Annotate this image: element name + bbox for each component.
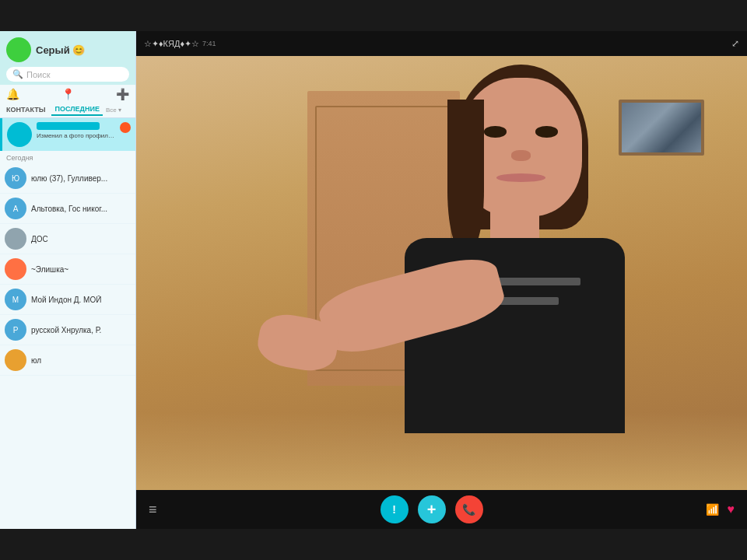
signal-strength-icon: 📶 (706, 503, 719, 516)
profile-row: Серый 😊 (6, 37, 129, 62)
person-hair-side-left (447, 100, 484, 251)
contact-name-5: Мой Индон Д. МОЙ (31, 296, 101, 304)
search-bar[interactable]: 🔍 Поиск (6, 67, 129, 82)
tab-recent[interactable]: ПОСЛЕДНИЕ (51, 103, 102, 116)
contact-avatar-7 (5, 349, 26, 371)
search-icon: 🔍 (12, 69, 23, 79)
active-contact-item[interactable]: Изменил а фото профиля вконта... (0, 118, 135, 151)
active-contact-status: Изменил а фото профиля вконта... (37, 132, 115, 139)
list-item[interactable]: Р русской Хнрулка, Р. (0, 315, 135, 345)
list-item[interactable]: ДОС (0, 224, 135, 254)
section-label: Сегодня (0, 151, 135, 163)
video-frame (136, 56, 747, 490)
video-header-left: ☆✦♦КЯД♦✦☆ 7:41 (144, 39, 216, 49)
person-eye-left (484, 126, 506, 137)
list-item[interactable]: А Альтовка, Гос никог... (0, 194, 135, 224)
bell-icon[interactable]: 🔔 (6, 88, 19, 100)
controls-bar: ≡ ! + 📞 📶 ♥ (136, 490, 747, 529)
picture-frame (619, 100, 704, 156)
end-call-icon: 📞 (462, 503, 475, 516)
person-eye-right (535, 126, 557, 137)
contact-avatar-1: Ю (5, 167, 26, 189)
contact-badge (120, 122, 131, 133)
location-icon[interactable]: 📍 (61, 88, 75, 100)
sidebar: Серый 😊 🔍 Поиск 🔔 📍 ➕ КОНТАКТЫ ПОСЛЕДНИЕ… (0, 31, 136, 529)
contact-avatar-5: М (5, 289, 26, 310)
tabs-row: КОНТАКТЫ ПОСЛЕДНИЕ Все ▾ (0, 103, 135, 118)
active-contact-avatar (7, 122, 32, 147)
tab-all[interactable]: Все ▾ (106, 107, 121, 114)
contact-name-3: ДОС (31, 235, 48, 243)
search-placeholder: Поиск (26, 70, 50, 79)
mute-icon: ! (392, 503, 396, 516)
add-contact-icon[interactable]: ➕ (116, 88, 129, 100)
contact-avatar-2: А (5, 198, 26, 219)
contact-avatar-6: Р (5, 319, 26, 341)
active-contact-info: Изменил а фото профиля вконта... (37, 122, 115, 139)
controls-center: ! + 📞 (381, 495, 483, 523)
contact-list: Ю юлю (37), Гулливер... А Альтовка, Гос … (0, 163, 135, 529)
tab-contacts[interactable]: КОНТАКТЫ (3, 104, 48, 115)
active-contact-name-bar (37, 122, 100, 130)
profile-name: Серый 😊 (36, 44, 85, 56)
contact-name-4: ~Элишка~ (31, 265, 68, 274)
mute-button[interactable]: ! (381, 495, 409, 523)
add-button[interactable]: + (418, 495, 446, 523)
contact-avatar-3 (5, 228, 26, 250)
video-header: ☆✦♦КЯД♦✦☆ 7:41 ⤢ (136, 31, 747, 56)
fullscreen-button[interactable]: ⤢ (731, 38, 739, 49)
person-nose (511, 150, 531, 161)
add-icon: + (427, 501, 437, 519)
contact-name-6: русской Хнрулка, Р. (31, 326, 101, 334)
contact-name-7: юл (31, 356, 41, 365)
controls-right: 📶 ♥ (706, 502, 735, 516)
picture-content (622, 103, 701, 153)
person-lips (496, 173, 545, 182)
list-item[interactable]: М Мой Индон Д. МОЙ (0, 285, 135, 315)
main-area: ☆✦♦КЯД♦✦☆ 7:41 ⤢ (136, 31, 747, 529)
sidebar-header: Серый 😊 🔍 Поиск (0, 31, 135, 85)
end-call-button[interactable]: 📞 (455, 495, 483, 523)
controls-left: ≡ (149, 502, 157, 518)
heart-icon[interactable]: ♥ (727, 502, 735, 516)
list-item[interactable]: юл (0, 345, 135, 376)
contact-name-2: Альтовка, Гос никог... (31, 205, 107, 213)
sidebar-icons-row: 🔔 📍 ➕ (0, 85, 135, 103)
contact-avatar-4 (5, 258, 26, 280)
video-call-duration: 7:41 (202, 40, 216, 47)
video-background (136, 56, 747, 490)
avatar (6, 37, 31, 62)
contact-name-1: юлю (37), Гулливер... (31, 174, 107, 183)
list-item[interactable]: ~Элишка~ (0, 254, 135, 285)
chat-list-icon[interactable]: ≡ (149, 502, 157, 518)
app-container: Серый 😊 🔍 Поиск 🔔 📍 ➕ КОНТАКТЫ ПОСЛЕДНИЕ… (0, 31, 747, 529)
video-call-title: ☆✦♦КЯД♦✦☆ (144, 39, 199, 49)
list-item[interactable]: Ю юлю (37), Гулливер... (0, 163, 135, 194)
